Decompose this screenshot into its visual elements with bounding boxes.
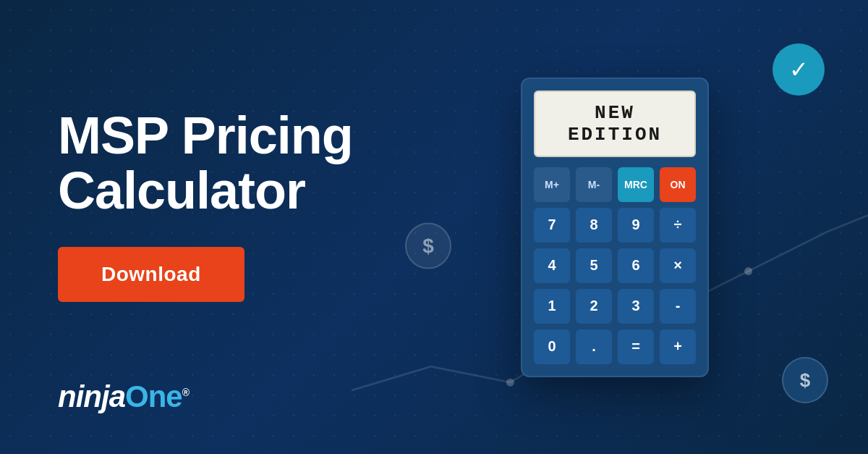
calc-row-5: 0 . = + [534,329,696,364]
calc-row-4: 1 2 3 - [534,289,696,324]
calc-btn-dot[interactable]: . [576,329,612,364]
svg-point-0 [506,379,514,387]
dollar-icon-right: $ [782,357,828,403]
calc-row-3: 4 5 6 × [534,248,696,283]
calc-btn-5[interactable]: 5 [576,248,612,283]
calc-btn-mrc[interactable]: MRC [618,167,654,202]
calc-btn-plus[interactable]: + [660,329,696,364]
download-button[interactable]: Download [58,247,244,302]
calc-row-1: M+ M- MRC ON [534,167,696,202]
calc-btn-2[interactable]: 2 [576,289,612,324]
calc-btn-7[interactable]: 7 [534,208,570,243]
page-container: MSP Pricing Calculator Download ninjaOne… [0,0,868,454]
calculator-display: NEW EDITION [534,91,696,157]
calc-btn-0[interactable]: 0 [534,329,570,364]
calc-btn-3[interactable]: 3 [618,289,654,324]
calc-btn-6[interactable]: 6 [618,248,654,283]
calc-btn-divide[interactable]: ÷ [660,208,696,243]
calc-row-2: 7 8 9 ÷ [534,208,696,243]
calc-btn-minus[interactable]: - [660,289,696,324]
left-panel: MSP Pricing Calculator Download [0,65,362,389]
calc-btn-4[interactable]: 4 [534,248,570,283]
check-icon: ✓ [773,43,825,96]
main-title: MSP Pricing Calculator [58,109,362,218]
right-panel: $ ✓ $ NEW EDITION M+ M- MRC ON 7 [362,0,868,454]
calc-btn-8[interactable]: 8 [576,208,612,243]
calc-btn-on[interactable]: ON [660,167,696,202]
calc-btn-equals[interactable]: = [618,329,654,364]
calc-btn-multiply[interactable]: × [660,248,696,283]
calc-btn-mplus[interactable]: M+ [534,167,570,202]
svg-point-3 [744,267,752,275]
calc-btn-1[interactable]: 1 [534,289,570,324]
dollar-icon-left: $ [405,222,451,269]
calculator-buttons: M+ M- MRC ON 7 8 9 ÷ 4 5 6 × [534,167,696,364]
calc-btn-mminus[interactable]: M- [576,167,612,202]
calc-btn-9[interactable]: 9 [618,208,654,243]
calculator: NEW EDITION M+ M- MRC ON 7 8 9 ÷ [521,77,709,377]
